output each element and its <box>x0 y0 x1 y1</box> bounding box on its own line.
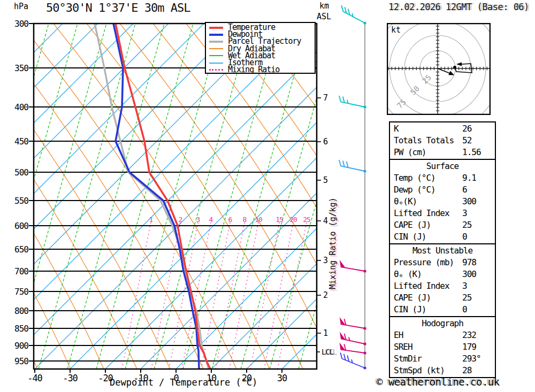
table-row-label: Totals Totals <box>394 135 462 147</box>
table-row: K26 <box>390 123 495 135</box>
table-row-label: EH <box>394 329 462 341</box>
table-row: SREH179 <box>390 341 495 353</box>
km-tick-label: 3 <box>323 256 328 265</box>
mixing-ratio-value-label: 6 <box>223 216 237 224</box>
legend-swatch-dry-adiabat <box>209 48 223 49</box>
mixing-ratio-value-label: 8 <box>238 216 251 224</box>
lcl-marker-label: LCL <box>322 348 333 356</box>
temperature-tick-label: -20 <box>89 373 121 383</box>
table-row-value: 293° <box>462 353 491 365</box>
table-row: CAPE (J)25 <box>390 219 495 231</box>
legend-swatch-parcel-trajectory <box>209 41 223 43</box>
legend-swatch-isotherm <box>209 63 223 64</box>
table-row-value: 0 <box>462 304 491 316</box>
pressure-tick-label: 450 <box>6 136 28 147</box>
temperature-tick-label: 20 <box>231 373 263 383</box>
valid-datetime: 12.02.2026 12GMT (Base: 06) <box>388 2 529 12</box>
mixing-ratio-value-label: 4 <box>204 216 218 224</box>
table-row-label: Dewp (°C) <box>394 184 462 196</box>
table-row: CIN (J)0 <box>390 304 495 316</box>
table-row: Dewp (°C)6 <box>390 184 495 196</box>
pressure-tick-label: 700 <box>6 266 28 276</box>
pressure-tick-label: 400 <box>6 102 28 112</box>
legend-swatch-dewpoint <box>209 34 223 36</box>
table-row: StmDir293° <box>390 353 495 365</box>
table-row-value: 28 <box>462 365 491 376</box>
indices-table: K26Totals Totals52PW (cm)1.56SurfaceTemp… <box>389 122 496 378</box>
table-row-value: 978 <box>462 257 491 268</box>
mixing-ratio-value-label: 3 <box>191 216 205 224</box>
skewt-sounding-app: { "header": { "title": "50°30'N 1°37'E 3… <box>0 0 535 392</box>
table-row-label: Lifted Index <box>394 280 462 292</box>
storm-motion-vector <box>438 68 450 74</box>
table-row-label: StmSpd (kt) <box>394 365 462 376</box>
table-row-value: 52 <box>462 135 491 147</box>
table-row-label: θₑ (K) <box>394 268 462 280</box>
table-row: Temp (°C)9.1 <box>390 172 495 184</box>
table-row: θₑ (K)300 <box>390 268 495 280</box>
pressure-gridlines <box>34 68 317 361</box>
wind-barb <box>340 317 366 330</box>
legend-item: Mixing Ratio <box>209 66 315 73</box>
table-row-value: 26 <box>462 123 491 135</box>
pressure-tick-label: 650 <box>6 244 28 255</box>
table-section: K26Totals Totals52PW (cm)1.56 <box>389 121 496 160</box>
table-row-value: 3 <box>462 207 491 219</box>
pressure-tick-label: 750 <box>6 287 28 297</box>
pressure-tick-label: 850 <box>6 324 28 334</box>
pressure-tick-label: 800 <box>6 306 28 316</box>
table-row-label: SREH <box>394 341 462 353</box>
table-row-label: θₑ(K) <box>394 196 462 207</box>
plot-frame <box>34 24 317 369</box>
table-row-value: 3 <box>462 280 491 292</box>
mixing-ratio-value-label: 15 <box>272 216 286 224</box>
table-section: Most UnstablePressure (mb)978θₑ (K)300Li… <box>389 243 496 317</box>
table-row-value: 25 <box>462 219 491 231</box>
table-row: Pressure (mb)978 <box>390 257 495 268</box>
table-row-label: PW (cm) <box>394 147 462 158</box>
legend-swatch-wet-adiabat <box>209 55 223 56</box>
table-row: StmSpd (kt)28 <box>390 365 495 376</box>
table-row-value: 9.1 <box>462 172 491 184</box>
mixing-ratio-axis-label: Mixing Ratio (g/kg) <box>328 197 338 289</box>
table-row-label: CAPE (J) <box>394 292 462 304</box>
pressure-tick-label: 900 <box>6 341 28 351</box>
legend-swatch-temperature <box>209 27 223 29</box>
temperature-line <box>116 24 210 369</box>
km-tick-label: 1 <box>323 328 328 338</box>
mixing-ratio-value-label: 2 <box>173 216 187 224</box>
km-tick-label: 7 <box>323 93 328 103</box>
wind-barb <box>339 343 366 355</box>
table-section: SurfaceTemp (°C)9.1Dewp (°C)6θₑ(K)300Lif… <box>389 159 496 244</box>
pressure-tick-label: 350 <box>6 63 28 73</box>
table-row-value: 1.56 <box>462 147 491 158</box>
table-row-label: CIN (J) <box>394 304 462 316</box>
pressure-tick-label: 600 <box>6 221 28 231</box>
table-row: EH232 <box>390 329 495 341</box>
km-tick-label: 4 <box>323 216 328 226</box>
hodograph-unit-label: kt <box>391 25 401 35</box>
table-row-value: 25 <box>462 292 491 304</box>
table-row-value: 232 <box>462 329 491 341</box>
table-row-label: Temp (°C) <box>394 172 462 184</box>
pressure-tick-label: 950 <box>6 356 28 366</box>
pressure-tick-label: 500 <box>6 167 28 178</box>
table-row-label: Lifted Index <box>394 207 462 219</box>
table-row: PW (cm)1.56 <box>390 147 495 158</box>
wind-barb-column <box>339 5 366 370</box>
mixing-ratio-value-label: 1 <box>144 216 158 224</box>
table-row: CAPE (J)25 <box>390 292 495 304</box>
legend: TemperatureDewpointParcel TrajectoryDry … <box>205 22 316 74</box>
legend-swatch-mixing-ratio <box>209 69 223 71</box>
table-section-header: Hodograph <box>390 318 495 329</box>
km-tick-label: 2 <box>323 290 328 300</box>
table-row: Lifted Index3 <box>390 280 495 292</box>
temperature-tick-label: -30 <box>54 373 86 383</box>
table-row: Lifted Index3 <box>390 207 495 219</box>
km-tick-label: 5 <box>323 175 328 185</box>
wind-barb <box>340 260 366 273</box>
table-row: θₑ(K)300 <box>390 196 495 207</box>
wind-barb <box>339 96 366 109</box>
km-tick-label: 6 <box>323 137 328 147</box>
page-title: 50°30'N 1°37'E 30m ASL <box>46 1 190 14</box>
